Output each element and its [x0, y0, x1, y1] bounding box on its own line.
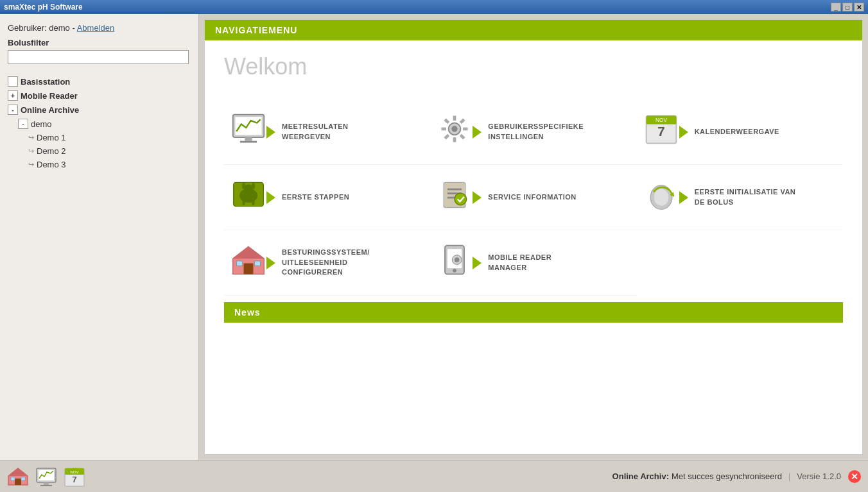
svg-text:✕: ✕ [851, 471, 858, 482]
arrow-chevron-meetresulaten [266, 126, 275, 139]
svg-rect-37 [236, 261, 242, 266]
gear-icon [437, 111, 473, 147]
version-label: Versie 1.2.0 [797, 471, 841, 481]
x-icon: ✕ [847, 470, 862, 484]
calendar-icon: 7 NOV [643, 111, 679, 147]
statusbar-right: Online Archiv: Met succes gesynchronisee… [612, 470, 862, 484]
svg-rect-48 [21, 477, 25, 480]
svg-point-32 [654, 189, 668, 206]
svg-rect-52 [40, 485, 52, 486]
tree-label-demo3: Demo 3 [37, 160, 66, 169]
menu-icon-container-eerste-initialisatie [643, 176, 688, 218]
svg-line-13 [445, 135, 449, 139]
menu-text-besturingssysteem: BESTURINGSSYSTEEM/UITLEESEENHEIDCONFIGUR… [282, 248, 370, 277]
statusbar-divider: | [788, 471, 790, 481]
arrow-chevron-eerste-initialisatie [679, 191, 688, 204]
nav-header: NAVIGATIEMENU [205, 20, 862, 40]
menu-text-eerste-initialisatie: Eerste initialisatie vande bolus [695, 187, 796, 207]
titlebar: smaXtec pH Software _ □ ✕ [0, 0, 868, 14]
menu-icon-container-service [437, 176, 482, 218]
user-label: Gebruiker: demo - [8, 23, 75, 33]
menu-item-gebruikersspecifiek[interactable]: GEBRUIKERSSPECIFIEKEINSTELLINGEN [430, 99, 636, 165]
cow-icon [230, 176, 266, 212]
svg-text:7: 7 [72, 475, 76, 484]
arrow-icon-demo3: ↪ [28, 160, 34, 169]
svg-rect-46 [15, 479, 21, 485]
monitor-graph-icon [230, 111, 266, 147]
welcome-section: Welkom [205, 40, 862, 454]
svg-rect-51 [44, 482, 49, 485]
tree-label-basisstation: Basisstation [21, 77, 70, 87]
user-line: Gebruiker: demo - Abmelden [8, 23, 191, 33]
tree-item-demo1[interactable]: ↪ Demo 1 [0, 131, 198, 144]
svg-point-30 [455, 193, 467, 205]
svg-point-21 [244, 184, 252, 192]
menu-text-kalenderweergave: KALENDERWEERGAVE [695, 127, 779, 137]
svg-rect-2 [245, 137, 252, 141]
svg-rect-38 [254, 261, 260, 266]
expand-icon-basisstation[interactable] [8, 76, 18, 87]
tree-label-online-archive: Online Archive [21, 105, 79, 115]
menu-item-eerste-initialisatie[interactable]: Eerste initialisatie vande bolus [637, 165, 843, 230]
arrow-chevron-gebruikersspecifiek [473, 126, 482, 139]
svg-line-11 [461, 135, 465, 139]
statusbar-home-icon[interactable] [6, 465, 30, 488]
menu-icon-container-eerste-stappen [230, 176, 275, 218]
window-controls[interactable]: _ □ ✕ [831, 3, 864, 12]
svg-rect-3 [240, 141, 257, 143]
svg-text:NOV: NOV [70, 470, 78, 474]
tree-label-demo1: Demo 1 [37, 133, 66, 142]
menu-text-meetresulaten: MEETRESULATENWEERGEVEN [282, 122, 348, 142]
menu-icon-container-gebruikersspecifiek [437, 111, 482, 153]
svg-point-43 [455, 257, 459, 262]
expand-icon-demo[interactable]: - [18, 119, 28, 129]
menu-item-eerste-stappen[interactable]: EERSTE STAPPEN [224, 165, 430, 230]
tree-item-demo2[interactable]: ↪ Demo 2 [0, 144, 198, 158]
svg-text:7: 7 [657, 124, 664, 139]
tree-item-demo[interactable]: - demo [0, 117, 198, 131]
expand-icon-mobile-reader[interactable]: + [8, 90, 18, 101]
svg-point-23 [252, 183, 256, 189]
statusbar-icons: 7 NOV [6, 465, 86, 488]
svg-rect-24 [243, 200, 245, 205]
arrow-chevron-besturingssysteem [266, 257, 275, 269]
menu-item-meetresulaten[interactable]: MEETRESULATENWEERGEVEN [224, 99, 430, 165]
menu-item-kalenderweergave[interactable]: 7 NOV KALENDERWEERGAVE [637, 99, 843, 165]
news-content [224, 323, 843, 400]
svg-marker-35 [233, 246, 265, 259]
menu-item-mobile-reader-manager[interactable]: MOBILE READERMANAGER [430, 230, 636, 296]
svg-line-12 [461, 119, 465, 123]
tree-item-demo3[interactable]: ↪ Demo 3 [0, 158, 198, 171]
maximize-button[interactable]: □ [842, 3, 853, 12]
tree-item-online-archive[interactable]: - Online Archive [0, 103, 198, 117]
svg-line-10 [445, 119, 449, 123]
sidebar: Gebruiker: demo - Abmelden Bolusfilter B… [0, 14, 199, 460]
svg-point-41 [453, 269, 457, 273]
svg-rect-47 [11, 477, 15, 480]
tree-item-mobile-reader[interactable]: + Mobile Reader [0, 89, 198, 103]
menu-item-besturingssysteem[interactable]: BESTURINGSSYSTEEM/UITLEESEENHEIDCONFIGUR… [224, 230, 430, 296]
arrow-chevron-mobile-reader-manager [473, 257, 482, 269]
service-icon [437, 176, 473, 212]
menu-text-service: SERVICE INFORMATION [488, 192, 576, 202]
tree-label-demo2: Demo 2 [37, 146, 66, 156]
welcome-title: Welkom [224, 53, 843, 80]
menu-item-service[interactable]: SERVICE INFORMATION [430, 165, 636, 230]
arrow-chevron-kalenderweergave [679, 126, 688, 139]
statusbar-monitor-icon[interactable] [35, 465, 58, 488]
menu-text-mobile-reader-manager: MOBILE READERMANAGER [488, 253, 551, 273]
online-archiv-label: Online Archiv: [612, 471, 669, 481]
expand-icon-online-archive[interactable]: - [8, 105, 18, 115]
minimize-button[interactable]: _ [831, 3, 841, 12]
tree-label-mobile-reader: Mobile Reader [21, 91, 78, 101]
svg-rect-36 [244, 264, 254, 275]
svg-marker-45 [8, 468, 28, 476]
tree-item-basisstation[interactable]: Basisstation [0, 74, 198, 89]
svg-rect-27 [447, 189, 462, 191]
close-button[interactable]: ✕ [854, 3, 864, 12]
bolus-filter-input[interactable] [8, 50, 189, 64]
statusbar-calendar-icon[interactable]: 7 NOV [63, 465, 86, 488]
house-icon [230, 242, 266, 278]
menu-icon-container-kalenderweergave: 7 NOV [643, 111, 688, 153]
logout-link[interactable]: Abmelden [77, 23, 115, 33]
